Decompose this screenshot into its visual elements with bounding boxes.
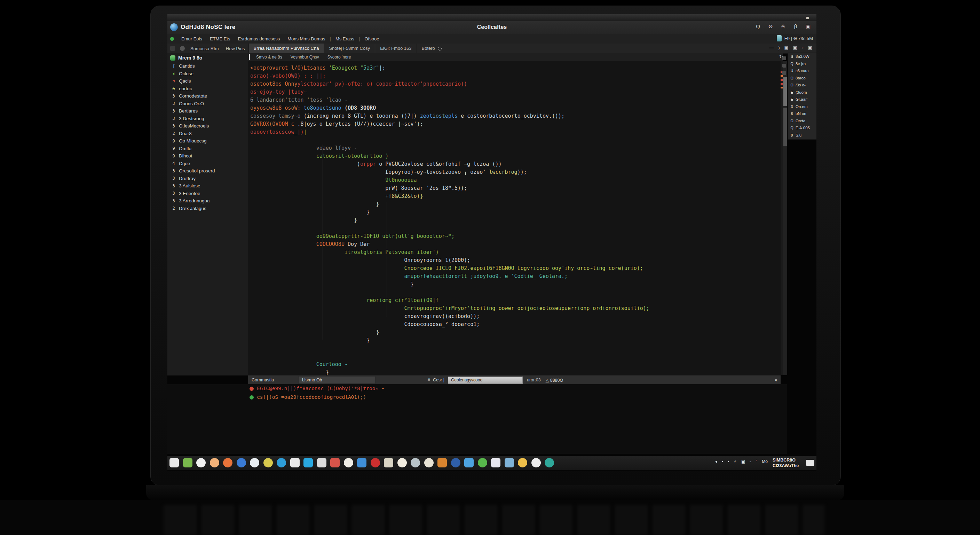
taskbar-app-icon[interactable] [491, 458, 500, 468]
outline-item[interactable]: EGr.aar' [788, 96, 816, 103]
taskbar-app-icon[interactable] [210, 458, 219, 468]
sidebar-file-item[interactable]: 3Ooons Or.O [167, 100, 248, 108]
taskbar-app-icon[interactable] [464, 458, 474, 468]
sidebar-file-item[interactable]: 3Bertlares [167, 107, 248, 115]
tray-icon[interactable]: ▪ [728, 459, 729, 464]
sidebar-file-item[interactable]: ◖Oclose [167, 70, 248, 78]
sidebar-file-item[interactable]: 9Omflo [167, 145, 248, 153]
editor-toolbar-item[interactable]: Svooro 'nore [323, 55, 355, 59]
findbar-mode-label[interactable]: Cesr | [433, 378, 444, 382]
outline-item[interactable]: 3On.em [788, 103, 816, 110]
editor-toolbar-item[interactable]: Smvo & ne 8s [252, 55, 286, 59]
outline-item[interactable]: E(3uom [788, 89, 816, 96]
window-icon[interactable]: — [769, 45, 774, 50]
taskbar-app-icon[interactable] [290, 458, 300, 468]
panel-toggle-icon[interactable] [170, 46, 175, 51]
tabstrip-label[interactable]: How Pius [223, 46, 248, 51]
titlebar-icon[interactable]: ✳ [780, 23, 786, 30]
taskbar-app-icon[interactable] [545, 458, 554, 468]
taskbar-app-icon[interactable] [410, 458, 420, 468]
outline-item[interactable]: Uc6 cura [788, 67, 816, 75]
outline-item[interactable]: OOrcta [788, 117, 816, 125]
tray-icon[interactable]: ♂ [733, 459, 737, 464]
scrollbar-thumb[interactable] [783, 108, 787, 146]
sidebar-file-item[interactable]: 33 Arrodnnugua [167, 197, 248, 205]
outline-item[interactable]: QE.A.005 [788, 125, 816, 132]
profile-chip-icon[interactable] [777, 35, 782, 42]
chevron-down-icon[interactable]: ▾ [775, 378, 777, 383]
menu-item[interactable]: Ms Erass [332, 36, 358, 42]
tray-icon[interactable]: Mo [762, 459, 768, 464]
taskbar-app-icon[interactable] [237, 458, 246, 468]
taskbar-app-icon[interactable] [263, 458, 273, 468]
sync-icon[interactable] [180, 46, 185, 51]
taskbar-app-icon[interactable] [169, 458, 179, 468]
taskbar-app-icon[interactable] [183, 458, 192, 468]
taskbar-app-icon[interactable] [223, 458, 232, 468]
editor-tab[interactable]: Botero [417, 43, 447, 53]
window-title-bar[interactable]: OdHJd8 NoSC Iere Ceollcaftes QΘ✳β▣ [167, 21, 816, 34]
sidebar-file-item[interactable]: ◓eortuc [167, 85, 248, 93]
sidebar-file-item[interactable]: 2Drex Jalagus [167, 205, 248, 212]
gutter-icon[interactable] [782, 56, 786, 60]
sidebar-file-item[interactable]: 3Drutfray [167, 175, 248, 182]
taskbar-app-icon[interactable] [357, 458, 366, 468]
menu-item[interactable]: Emur Eois [178, 36, 206, 42]
taskbar-app-icon[interactable] [478, 458, 487, 468]
taskbar-app-icon[interactable] [196, 458, 206, 468]
gutter-icon[interactable] [782, 71, 786, 75]
findbar-dropdown[interactable]: Llsrmo Ob [298, 376, 375, 384]
menu-item[interactable]: Ofsooe [361, 36, 383, 42]
notification-icon[interactable]: ◙ [806, 15, 809, 20]
sidebar-file-item[interactable]: 9Dihcot [167, 152, 248, 160]
sidebar-file-item[interactable]: 33 Destsrong [167, 115, 248, 123]
window-icon[interactable]: ▣ [784, 45, 789, 50]
tray-icon[interactable]: ▪ [721, 459, 723, 464]
menu-item[interactable]: Mons Mms Dumas [284, 36, 329, 42]
tray-icon[interactable]: ◂ [715, 459, 717, 464]
sidebar-file-item[interactable]: 9Oo Mlouecsg [167, 137, 248, 145]
taskbar-app-icon[interactable] [531, 458, 541, 468]
sidebar-file-item[interactable]: 33 Eneotoe [167, 190, 248, 198]
window-icon[interactable]: ) [778, 45, 780, 50]
sidebar-header[interactable]: Mrem 9 8o [167, 53, 248, 62]
sidebar-file-item[interactable]: 3O.lesMecroels [167, 122, 248, 130]
titlebar-icon[interactable]: Q [754, 23, 762, 30]
taskbar-app-icon[interactable] [304, 458, 313, 468]
find-input[interactable]: Geoienagyvcooo [448, 377, 523, 384]
taskbar-app-icon[interactable] [451, 458, 460, 468]
sidebar-file-item[interactable]: 2Doar8 [167, 130, 248, 137]
sidebar-file-item[interactable]: 33 Aulsiose [167, 182, 248, 190]
gutter-icon[interactable] [782, 64, 786, 67]
taskbar-app-icon[interactable] [317, 458, 326, 468]
sidebar-file-item[interactable]: ◥Qacis [167, 77, 248, 85]
taskbar-app-icon[interactable] [371, 458, 380, 468]
taskbar-app-icon[interactable] [424, 458, 434, 468]
menu-item[interactable]: ETME Ets [206, 36, 234, 42]
editor-scrollbar[interactable] [783, 61, 787, 375]
taskbar-app-icon[interactable] [384, 458, 393, 468]
outline-item[interactable]: Q8arco [788, 75, 816, 82]
outline-item[interactable]: O/3s o- [788, 81, 816, 89]
sidebar-file-item[interactable]: 4Crjoe [167, 160, 248, 168]
tray-icon[interactable]: ▫ [749, 459, 751, 464]
tray-icon[interactable]: ▣ [741, 459, 745, 464]
taskbar-app-icon[interactable] [518, 458, 527, 468]
outline-item[interactable]: S8a3.0W [788, 53, 816, 60]
editor-tab[interactable]: ElGl: Fmoo 163 [375, 43, 416, 53]
taskbar-app-icon[interactable] [330, 458, 340, 468]
taskbar-app-icon[interactable] [250, 458, 259, 468]
code-editor[interactable]: <ootprovurot l/O)Ltsanes 'Eoougcot "5a3r… [248, 61, 783, 375]
terminal-output[interactable]: E6IC@e99.n||)f"8aconsc (C(Ooby)'*8|troo»… [167, 384, 787, 454]
outline-item[interactable]: Q8e |ro [788, 60, 816, 67]
editor-tab[interactable]: Snotej F58mm Cosy [324, 43, 375, 53]
sidebar-file-item[interactable]: 3Cornodestote [167, 92, 248, 100]
menu-item[interactable]: Esrdamas demcsoss [234, 36, 284, 42]
sidebar-file-item[interactable]: ∫Cantlds [167, 62, 248, 70]
taskbar-app-icon[interactable] [398, 458, 407, 468]
sidebar-file-item[interactable]: 3Oresoltol proserd [167, 167, 248, 175]
taskbar-app-icon[interactable] [504, 458, 514, 468]
taskbar-app-icon[interactable] [344, 458, 353, 468]
editor-tab[interactable]: Brrea Nanabbmm Purvhsco Cha [248, 43, 324, 53]
window-icon[interactable]: ▣ [808, 45, 812, 50]
